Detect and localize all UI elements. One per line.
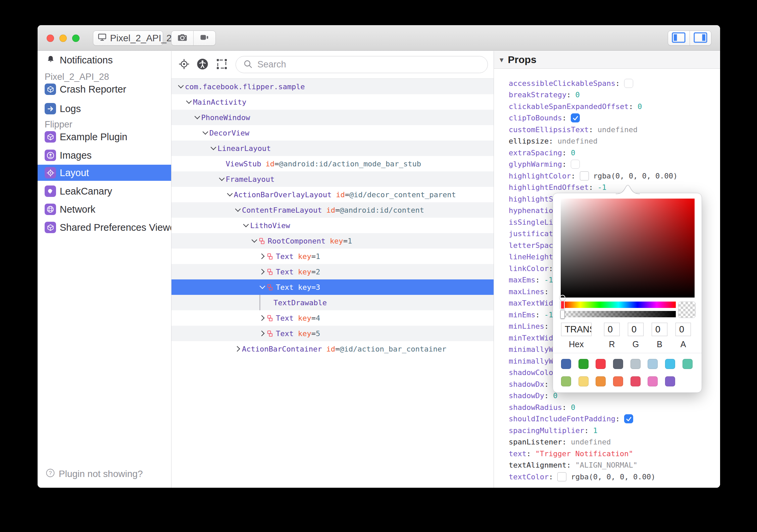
chevron-down-icon[interactable] — [178, 83, 185, 90]
hue-slider[interactable] — [561, 302, 676, 308]
color-swatch-99c36a[interactable] — [561, 376, 571, 386]
sidebar-item-layout[interactable]: Layout — [38, 165, 171, 181]
hue-handle[interactable] — [560, 301, 565, 309]
device-selector-button[interactable]: Pixel_2_API_28 — [93, 31, 163, 46]
search-field[interactable] — [236, 56, 488, 73]
hex-input[interactable] — [561, 323, 592, 336]
alpha-slider[interactable] — [561, 311, 676, 317]
saturation-gradient[interactable] — [561, 199, 695, 298]
sidebar-item-leakcanary[interactable]: LeakCanary — [38, 184, 171, 198]
prop-checkbox-checked[interactable] — [571, 113, 580, 122]
prop-row-extraspacing: extraSpacing:0 — [494, 147, 720, 159]
color-swatch-f4704e[interactable] — [613, 376, 623, 386]
prop-checkbox-unchecked[interactable] — [624, 79, 633, 88]
sidebar-item-notifications[interactable]: Notifications — [38, 53, 171, 67]
sidebar-item-logs[interactable]: Logs — [38, 102, 171, 115]
screenshot-button[interactable] — [171, 31, 193, 45]
prop-checkbox-checked[interactable] — [624, 414, 633, 423]
chevron-down-icon[interactable] — [243, 222, 250, 229]
tree-node-phonewindow[interactable]: PhoneWindow — [171, 110, 494, 125]
litho-component-icon — [266, 330, 273, 337]
toggle-right-sidebar-button[interactable] — [690, 31, 711, 45]
tree-node-framelayout[interactable]: FrameLayout — [171, 171, 494, 187]
chevron-right-icon[interactable] — [259, 253, 266, 260]
sidebar-item-label: Shared Preferences Viewe — [60, 222, 171, 233]
bird-icon — [45, 185, 56, 197]
color-swatch-8363c9[interactable] — [665, 376, 675, 386]
prop-value-undefined: undefined — [571, 438, 611, 446]
chevron-slot — [219, 160, 226, 167]
tree-node-contentframelayout-id-android-id-content[interactable]: ContentFrameLayoutid=@android:id/content — [171, 202, 494, 218]
sidebar-item-crash-reporter[interactable]: Crash Reporter — [38, 83, 171, 96]
tree-node-text-key-2[interactable]: Textkey=2 — [171, 264, 494, 279]
tree-node-textdrawable[interactable]: TextDrawable — [171, 295, 494, 310]
chevron-right-icon[interactable] — [259, 315, 266, 322]
color-swatch-f6d775[interactable] — [578, 376, 589, 386]
chevron-down-icon[interactable] — [210, 145, 217, 152]
color-swatch-5c6370[interactable] — [613, 359, 623, 369]
plugin-not-showing-link[interactable]: ? Plugin not showing? — [46, 467, 143, 481]
prop-checkbox-unchecked[interactable] — [571, 160, 580, 169]
accessibility-icon[interactable] — [197, 58, 208, 71]
color-swatch-e84b65[interactable] — [630, 376, 641, 386]
screen-record-button[interactable] — [193, 31, 215, 45]
tree-node-rootcomponent-key-1[interactable]: RootComponentkey=1 — [171, 233, 494, 249]
color-swatch-4468ad[interactable] — [561, 359, 571, 369]
tree-node-text-key-1[interactable]: Textkey=1 — [171, 249, 494, 264]
chevron-down-icon[interactable] — [194, 114, 201, 121]
alpha-handle[interactable] — [560, 310, 565, 319]
tree-node-decorview[interactable]: DecorView — [171, 125, 494, 141]
tree-node-actionbarcontainer-id-id-action-bar-container[interactable]: ActionBarContainerid=@id/action_bar_cont… — [171, 341, 494, 357]
tree-node-text-key-5[interactable]: Textkey=5 — [171, 326, 494, 341]
tree-node-viewstub-id-android-id-action-mode-bar-stub[interactable]: ViewStubid=@android:id/action_mode_bar_s… — [171, 156, 494, 171]
sidebar-item-example-plugin[interactable]: Example Plugin — [38, 130, 171, 144]
tree-node-com-facebook-flipper-sample[interactable]: com.facebook.flipper.sample — [171, 79, 494, 94]
tree-node-mainactivity[interactable]: MainActivity — [171, 94, 494, 110]
color-swatch-48c1ea[interactable] — [665, 359, 675, 369]
props-header[interactable]: ▾ Props — [494, 51, 720, 69]
chevron-right-icon[interactable] — [259, 330, 266, 337]
color-swatch-a8cbe1[interactable] — [648, 359, 658, 369]
a-input[interactable] — [675, 323, 691, 336]
prop-colon: : — [562, 403, 566, 412]
close-button[interactable] — [47, 35, 54, 42]
color-swatch-5cc5ab[interactable] — [683, 359, 693, 369]
chevron-down-icon[interactable] — [186, 99, 193, 106]
tree-node-lithoview[interactable]: LithoView — [171, 218, 494, 233]
target-icon[interactable] — [178, 58, 190, 71]
color-swatch-2da32d[interactable] — [578, 359, 589, 369]
tree-node-text-key-3[interactable]: Textkey=3 — [171, 279, 494, 295]
color-swatch-ef923d[interactable] — [596, 376, 606, 386]
color-swatch-e87ac1[interactable] — [648, 376, 658, 386]
chevron-right-icon[interactable] — [259, 268, 266, 275]
zoom-button[interactable] — [72, 35, 80, 42]
svg-text:?: ? — [49, 470, 52, 476]
tree-node-actionbaroverlaylayout-id-id-decor-content-parent[interactable]: ActionBarOverlayLayoutid=@id/decor_conte… — [171, 187, 494, 202]
chevron-down-icon[interactable] — [227, 191, 234, 198]
chevron-down-icon[interactable] — [259, 284, 266, 291]
b-input[interactable] — [652, 323, 667, 336]
chevron-right-icon[interactable] — [235, 345, 242, 353]
prop-label: minimallyW — [509, 357, 553, 365]
chevron-down-icon[interactable] — [219, 176, 226, 183]
toggle-left-sidebar-button[interactable] — [668, 31, 690, 45]
g-input[interactable] — [628, 323, 644, 336]
sidebar-item-shared-preferences-viewe[interactable]: Shared Preferences Viewe — [38, 221, 171, 234]
expand-icon[interactable] — [216, 58, 228, 71]
prop-color-swatch[interactable] — [580, 171, 589, 180]
tree-node-linearlayout[interactable]: LinearLayout — [171, 141, 494, 156]
chevron-down-icon[interactable] — [202, 129, 209, 137]
sidebar-item-network[interactable]: Network — [38, 203, 171, 216]
color-swatch-b9c5cd[interactable] — [630, 359, 641, 369]
chevron-down-icon[interactable] — [235, 207, 242, 214]
tree-node-text-key-4[interactable]: Textkey=4 — [171, 310, 494, 326]
prop-color-swatch[interactable] — [557, 472, 566, 481]
color-swatch-f43c49[interactable] — [596, 359, 606, 369]
chevron-down-icon[interactable] — [251, 237, 258, 245]
minimize-button[interactable] — [59, 35, 67, 42]
search-input[interactable] — [257, 59, 488, 70]
titlebar[interactable]: Pixel_2_API_28 — [38, 25, 720, 51]
sidebar-item-images[interactable]: Images — [38, 149, 171, 162]
r-input[interactable] — [604, 323, 620, 336]
saturation-handle[interactable] — [560, 295, 565, 301]
